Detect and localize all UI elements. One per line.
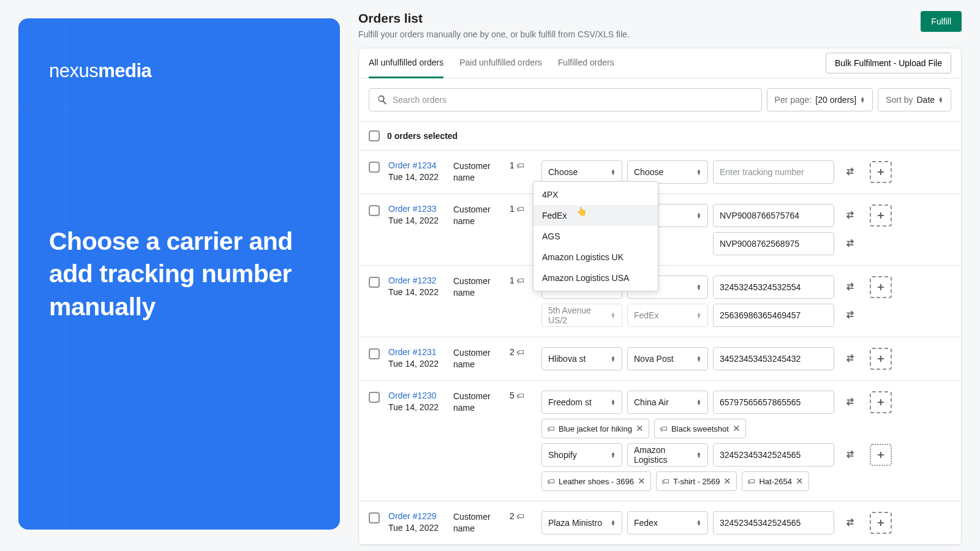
add-line-button[interactable] — [870, 444, 892, 466]
search-field[interactable] — [393, 95, 754, 105]
location-select[interactable]: Plaza Ministro▲▼ — [541, 511, 622, 534]
location-select[interactable]: Freedom st▲▼ — [541, 391, 622, 414]
bulk-upload-button[interactable]: Bulk Fulfilment - Upload File — [826, 53, 951, 73]
tag-icon: 🏷 — [516, 276, 524, 285]
customer-name: Customer name — [453, 204, 501, 227]
tracking-input[interactable]: NVP9008762568975 — [713, 232, 834, 255]
order-date: Tue 14, 2022 — [388, 402, 445, 412]
order-date: Tue 14, 2022 — [388, 287, 445, 297]
order-row: Order #1234Tue 14, 2022Customer name1 🏷C… — [359, 151, 961, 194]
dropdown-item[interactable]: Amazon Logistics UK — [533, 247, 658, 268]
order-link[interactable]: Order #1233 — [388, 204, 437, 214]
tab-0[interactable]: All unfulfilled orders — [369, 48, 443, 78]
row-checkbox[interactable] — [369, 162, 380, 173]
close-icon[interactable]: ✕ — [638, 476, 646, 487]
swap-icon[interactable] — [839, 204, 861, 227]
tag-icon: 🏷 — [547, 477, 555, 486]
row-checkbox[interactable] — [369, 277, 380, 288]
orders-card: All unfulfilled ordersPaid unfulfilled o… — [358, 48, 962, 545]
add-line-button[interactable] — [870, 204, 892, 227]
sort-select[interactable]: Sort by Date▲▼ — [878, 88, 951, 111]
order-row: Order #1232Tue 14, 2022Customer name1 🏷5… — [359, 266, 961, 337]
order-date: Tue 14, 2022 — [388, 216, 445, 225]
per-page-select[interactable]: Per page: [20 orders]▲▼ — [767, 88, 873, 111]
add-line-button[interactable] — [870, 391, 892, 413]
add-line-button[interactable] — [870, 276, 892, 298]
carrier-select[interactable]: FedEx▲▼ — [627, 304, 708, 327]
swap-icon[interactable] — [839, 161, 861, 183]
location-select[interactable]: Choose▲▼ — [541, 160, 622, 184]
swap-icon[interactable] — [839, 512, 861, 534]
product-chip[interactable]: 🏷T-shirt - 2569✕ — [656, 471, 737, 491]
fulfill-button[interactable]: Fulfill — [921, 11, 962, 32]
tracking-input[interactable]: 32452345342524565 — [713, 511, 834, 534]
tracking-input[interactable]: 65797565657865565 — [713, 391, 834, 414]
dropdown-item[interactable]: FedEx👆 — [533, 205, 658, 226]
selected-count: 0 orders selected — [387, 131, 458, 141]
dropdown-item[interactable]: AGS — [533, 226, 658, 247]
product-chip[interactable]: 🏷Hat-2654✕ — [742, 471, 809, 491]
tag-icon: 🏷 — [516, 204, 524, 214]
promo-panel: nexusmedia Choose a carrier and add trac… — [18, 18, 340, 530]
tracking-input[interactable]: 32452345342524565 — [713, 443, 834, 467]
order-row: Order #1233Tue 14, 2022Customer name1 🏷S… — [359, 194, 961, 266]
tracking-input[interactable]: 34523453453245432 — [713, 347, 834, 370]
close-icon[interactable]: ✕ — [796, 476, 804, 487]
product-chip[interactable]: 🏷Blue jacket for hiking✕ — [541, 419, 649, 438]
order-link[interactable]: Order #1234 — [388, 160, 437, 170]
carrier-select[interactable]: China Air▲▼ — [627, 391, 708, 414]
tag-icon: 🏷 — [747, 477, 755, 486]
row-checkbox[interactable] — [369, 348, 380, 359]
tracking-input[interactable]: NVP9008766575764 — [713, 204, 834, 227]
location-select[interactable]: Hlibova st▲▼ — [541, 347, 622, 370]
swap-icon[interactable] — [839, 444, 861, 466]
location-select[interactable]: Shopify▲▼ — [541, 443, 622, 467]
item-count: 1 🏷 — [510, 160, 533, 170]
order-row: Order #1229Tue 14, 2022Customer name2 🏷P… — [359, 501, 961, 545]
add-line-button[interactable] — [870, 161, 892, 183]
carrier-select[interactable]: Choose▲▼ — [627, 160, 708, 184]
carrier-select[interactable]: Nova Post▲▼ — [627, 347, 708, 370]
order-link[interactable]: Order #1231 — [388, 347, 437, 357]
order-link[interactable]: Order #1230 — [388, 391, 437, 400]
tag-icon: 🏷 — [516, 161, 524, 170]
order-link[interactable]: Order #1229 — [388, 511, 437, 521]
cursor-icon: 👆 — [576, 206, 587, 216]
order-date: Tue 14, 2022 — [388, 359, 445, 369]
close-icon[interactable]: ✕ — [636, 423, 644, 434]
tab-2[interactable]: Fulfilled orders — [558, 48, 614, 78]
product-chip[interactable]: 🏷Leather shoes - 3696✕ — [541, 471, 651, 491]
row-checkbox[interactable] — [369, 392, 380, 403]
product-chip[interactable]: 🏷Black sweetshot✕ — [654, 419, 746, 438]
location-select[interactable]: 5th Avenue US/2▲▼ — [541, 304, 622, 327]
promo-headline: Choose a carrier and add tracking number… — [49, 225, 309, 323]
tag-icon: 🏷 — [662, 477, 669, 486]
carrier-select[interactable]: Fedex▲▼ — [627, 511, 708, 534]
swap-icon[interactable] — [839, 348, 861, 370]
dropdown-item[interactable]: 4PX — [533, 184, 658, 205]
chip-row: 🏷Blue jacket for hiking✕🏷Black sweetshot… — [541, 419, 951, 438]
dropdown-item[interactable]: Amazon Logistics USA — [533, 268, 658, 288]
item-count: 5 🏷 — [510, 391, 533, 400]
tracking-input[interactable]: Enter tracking number — [713, 160, 834, 184]
add-line-button[interactable] — [870, 512, 892, 534]
swap-icon[interactable] — [839, 233, 861, 255]
order-link[interactable]: Order #1232 — [388, 276, 437, 285]
search-input[interactable] — [369, 88, 762, 111]
swap-icon[interactable] — [839, 304, 861, 326]
tracking-input[interactable]: 32453245324532554 — [713, 276, 834, 299]
row-checkbox[interactable] — [369, 512, 380, 523]
customer-name: Customer name — [453, 511, 501, 534]
swap-icon[interactable] — [839, 276, 861, 298]
item-count: 2 🏷 — [510, 347, 533, 357]
close-icon[interactable]: ✕ — [723, 476, 731, 487]
add-line-button[interactable] — [870, 348, 892, 370]
tracking-input[interactable]: 25636986365469457 — [713, 304, 834, 327]
swap-icon[interactable] — [839, 391, 861, 413]
row-checkbox[interactable] — [369, 205, 380, 216]
select-all-checkbox[interactable] — [369, 130, 380, 141]
tag-icon: 🏷 — [516, 391, 524, 400]
close-icon[interactable]: ✕ — [733, 423, 741, 434]
tab-1[interactable]: Paid unfulfilled orders — [459, 48, 542, 78]
carrier-select[interactable]: Amazon Logistics▲▼ — [627, 443, 708, 467]
